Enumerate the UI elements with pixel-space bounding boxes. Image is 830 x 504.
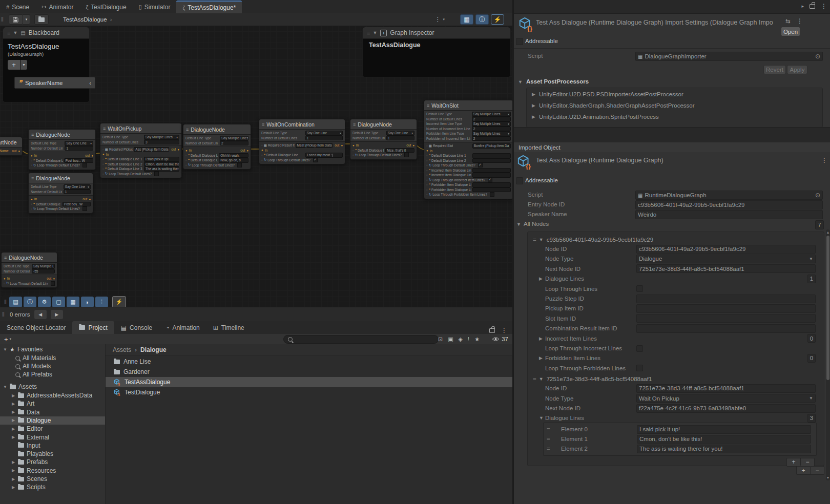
window-tab-testdialogue[interactable]: ζTestDialogue [79, 1, 132, 13]
expand-arrow-icon[interactable]: ▶ [11, 485, 15, 490]
window-button[interactable]: ▢ [52, 297, 65, 307]
toolbar-handle[interactable]: ‖ [4, 299, 7, 306]
node-prop-dropdown[interactable]: Say One Line▾ [65, 141, 93, 146]
presets-icon[interactable]: ⇆ [785, 17, 791, 25]
add-variable-button[interactable]: + [8, 60, 20, 70]
foldout-arrow-icon[interactable]: ▶ [539, 355, 543, 361]
more-button[interactable]: ⋮ [95, 297, 108, 307]
toolbar-handle[interactable]: ‖ [1, 16, 4, 23]
tree-folder-art[interactable]: ▶Art [0, 400, 106, 408]
node-prop-dropdown[interactable]: Say Multiple Lines▾ [472, 112, 511, 117]
foldout-arrow-icon[interactable]: ▼ [539, 376, 544, 382]
row-label[interactable]: Forbidden Item Lines [545, 355, 600, 361]
create-asset-button[interactable]: + [4, 335, 8, 343]
node-header[interactable]: ≡DialogueNode [2, 253, 57, 263]
lock-icon[interactable] [810, 4, 815, 9]
remove-element-button[interactable]: − [810, 467, 824, 474]
notes-button[interactable]: ▤ [9, 297, 22, 307]
project-search-input[interactable] [283, 335, 439, 344]
graph-node-dialoguenode[interactable]: ≡DialogueNodeDefault Line TypeSay One Li… [28, 173, 93, 214]
entry-node-id-field[interactable]: c93b5606-401f-49a2-99b5-9ecbf1fa9c29 [635, 200, 823, 209]
expand-arrow-icon[interactable]: ▶ [11, 477, 15, 481]
graph-node-waitoncombination[interactable]: ≡WaitOnCombinationDefault Line TypeSay O… [259, 119, 345, 164]
header-menu-icon[interactable]: ⋮ [797, 17, 803, 25]
add-variable-dropdown[interactable]: ▾ [20, 60, 27, 70]
graph-node-waitonslot[interactable]: ≡WaitOnSlotDefault Line TypeSay Multiple… [424, 100, 512, 199]
node-header[interactable]: ≡DialogueNode [350, 119, 417, 130]
postprocessor-row[interactable]: ▶UnityEditor.U2D.PSD.PSDImporterAssetPos… [532, 91, 683, 97]
project-item-testdialogue[interactable]: {}TestDialogue [106, 387, 521, 397]
object-picker-icon[interactable]: ⊙ [815, 53, 820, 60]
breadcrumb[interactable]: TestAssDialogue › [63, 16, 112, 23]
out-port-icon[interactable]: ● [91, 154, 93, 157]
node-object-field[interactable]: Meat (Pickup Item Data)⊙ [296, 143, 333, 148]
graph-node-dialoguenode[interactable]: ≡DialogueNodeDefault Line TypeSay Multip… [1, 252, 57, 288]
tree-folder-input[interactable]: Input [0, 442, 106, 450]
blackboard-panel[interactable]: ≡ ▼ ▤ Blackboard TestAssDialogue (Dialog… [3, 27, 90, 102]
node-prop-input[interactable]: 1 [65, 146, 93, 151]
expand-chevron-icon[interactable]: ‹ [89, 80, 91, 86]
tree-assets-root[interactable]: ▼Assets [0, 383, 106, 391]
postprocessor-row[interactable]: ▶UnityEditor.U2D.Animation.SpritePostPro… [532, 114, 659, 120]
lock-icon[interactable] [489, 328, 495, 333]
object-picker-icon[interactable]: ⊙ [510, 144, 511, 148]
node-prop-dropdown[interactable]: Say One Line▾ [64, 184, 91, 190]
row-field[interactable] [636, 324, 816, 333]
node-checkbox[interactable] [237, 163, 242, 167]
node-checkbox[interactable] [313, 158, 318, 162]
node-header[interactable]: ≡StartNode [0, 137, 22, 148]
revert-button[interactable]: Revert [763, 65, 786, 74]
expand-arrow-icon[interactable]: ▶ [532, 114, 535, 119]
row-field[interactable]: 7251e73e-38d3-44ff-a8c5-bcf54088aaf1 [636, 264, 816, 273]
node-prop-input[interactable]: 1 [305, 136, 343, 141]
node-text-field[interactable] [472, 187, 511, 193]
panels-button[interactable]: ▦ [67, 297, 79, 307]
foldout-arrow-icon[interactable]: ▼ [539, 415, 544, 421]
element-field[interactable]: The ass is waiting there for you! [637, 445, 811, 453]
open-button[interactable]: Open [781, 27, 800, 36]
tree-folder-editor[interactable]: ▶Editor [0, 425, 106, 433]
info-button[interactable]: ⓘ [24, 297, 36, 307]
row-field[interactable]: 7251e73e-38d3-44ff-a8c5-bcf54088aaf1 [636, 384, 816, 393]
row-field[interactable] [636, 295, 816, 303]
debug-button[interactable]: ⚡ [112, 296, 126, 307]
graph-inspector-panel[interactable]: ≡ ▼ Graph Inspector TestAssDialogue [362, 27, 511, 77]
object-picker-icon[interactable]: ⊙ [815, 192, 820, 199]
list-add-remove-buttons[interactable]: +− [786, 458, 815, 467]
addressable-checkbox[interactable] [516, 177, 523, 184]
output-port[interactable]: out● [406, 143, 414, 147]
node-entry-header[interactable]: =▼c93b5606-401f-49a2-99b5-9ecbf1fa9c29 [528, 235, 824, 244]
node-prop-dropdown[interactable]: Say One Line▾ [386, 131, 414, 136]
postprocessor-row[interactable]: ▶UnityEditor.ShaderGraph.ShaderGraphAsse… [532, 102, 695, 109]
in-port-icon[interactable]: ● [31, 154, 33, 157]
input-port[interactable]: ●In [352, 143, 359, 147]
node-prop-input[interactable]: 2 [472, 136, 511, 141]
expand-arrow-icon[interactable]: ▶ [11, 427, 15, 431]
dock-tab-scene-object-locator[interactable]: Scene Object Locator [0, 321, 72, 334]
project-content-area[interactable]: Assets › Dialogue Anne LiseGardener{}Tes… [106, 344, 512, 504]
next-error-button[interactable]: ▶ [51, 310, 63, 319]
output-port[interactable]: out● [335, 143, 343, 147]
node-text-field[interactable] [472, 168, 511, 173]
node-checkbox[interactable] [404, 153, 409, 157]
foldout-arrow-icon[interactable]: ▼ [539, 237, 544, 242]
tab-scroll-icon[interactable]: ▸ [801, 4, 804, 9]
output-port[interactable]: out● [240, 149, 248, 152]
in-port-icon[interactable]: ● [102, 153, 105, 156]
node-prop-dropdown[interactable]: Say One Line▾ [305, 131, 343, 136]
row-label[interactable]: Dialogue Lines [545, 276, 584, 282]
drag-handle-icon[interactable]: ≡ [7, 30, 10, 36]
node-object-field[interactable]: Ass (Pickup Item Data)⊙ [134, 147, 169, 152]
out-port-icon[interactable]: ● [412, 144, 414, 147]
drag-handle-icon[interactable]: = [533, 237, 536, 243]
out-port-icon[interactable]: ● [89, 198, 91, 201]
drag-handle-icon[interactable]: = [547, 446, 550, 452]
tree-folder-prefabs[interactable]: ▶Prefabs [0, 458, 106, 466]
collapse-arrow-icon[interactable]: ▼ [3, 347, 7, 352]
tree-folder-data[interactable]: ▶Data [0, 408, 106, 416]
graph-node-startnode[interactable]: ≡StartNodeSpeakerNameout● [0, 137, 23, 156]
input-port[interactable]: ●In [31, 154, 37, 157]
node-prop-input[interactable]: 2 [472, 117, 511, 122]
dock-tab-console[interactable]: ▤Console [114, 321, 159, 334]
play-button[interactable]: ◗ [81, 297, 94, 307]
